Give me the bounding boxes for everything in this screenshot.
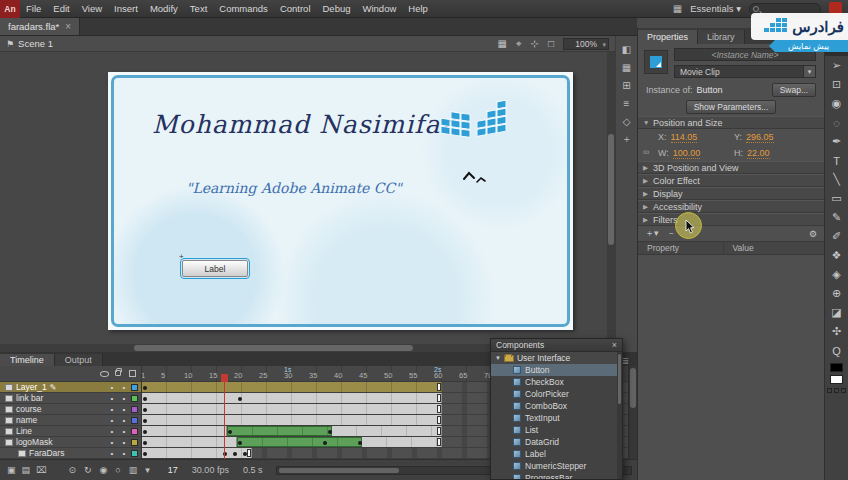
no-color-button[interactable] [834,388,839,393]
filters-options-icon[interactable]: ⚙ [809,229,817,239]
current-frame-value[interactable]: 17 [168,465,178,475]
keyframe-dot[interactable] [328,430,332,434]
tab-timeline[interactable]: Timeline [0,354,55,366]
swatches-panel-icon[interactable]: ▦ [616,58,637,76]
components-title-bar[interactable]: Components × [491,339,622,352]
layer-outline-color-chip[interactable] [131,450,138,457]
swap-button[interactable]: Swap... [772,83,816,97]
tab-properties[interactable]: Properties [638,30,698,44]
hand-tool[interactable]: ✣ [825,322,848,341]
frame-span[interactable] [142,404,442,414]
section-color-effect[interactable]: Color Effect [638,174,824,187]
scrollbar-thumb[interactable] [630,368,636,408]
layer-layer-1[interactable]: Layer_1✎•• [0,382,141,393]
fill-color-well[interactable] [830,375,843,384]
keyframe-dot[interactable] [143,452,147,456]
keyframe-dot[interactable] [143,441,147,445]
layer-visibility-dot[interactable]: • [106,416,118,425]
info-panel-icon[interactable]: ≡ [616,94,637,112]
keyframe-dot[interactable] [233,452,237,456]
menu-text[interactable]: Text [184,0,213,18]
menu-commands[interactable]: Commands [213,0,274,18]
layer-visibility-dot[interactable]: • [106,438,118,447]
center-stage-icon[interactable]: ⌖ [516,38,522,50]
subselection-tool[interactable]: ➢ [825,56,848,75]
layer-outline-color-chip[interactable] [131,384,138,391]
panel-menu-icon[interactable]: ≣ [621,356,637,366]
frame-rate-value[interactable]: 30.00 fps [192,465,229,475]
keyframe-dot[interactable] [323,441,327,445]
3d-rotation-tool[interactable]: ◉ [825,94,848,113]
layer-course[interactable]: course•• [0,404,141,415]
lock-column-icon[interactable] [115,370,121,376]
component-item-numericstepper[interactable]: NumericStepper [491,460,622,472]
pencil-tool[interactable]: ✎ [825,208,848,227]
clip-content-icon[interactable]: ▦ [497,38,506,50]
scrollbar-thumb[interactable] [134,345,413,351]
stage-pasteboard[interactable]: Mohammad Nasimifar "Learning Adobe Anima… [0,52,615,352]
keyframe-dot[interactable] [238,397,242,401]
menu-insert[interactable]: Insert [108,0,144,18]
scrollbar-thumb[interactable] [608,134,614,245]
x-value[interactable]: 114.05 [671,132,698,143]
stage-title-text[interactable]: Mohammad Nasimifar [152,110,453,139]
layer-line[interactable]: Line•• [0,426,141,437]
playhead[interactable] [221,366,228,459]
component-item-checkbox[interactable]: CheckBox [491,376,622,388]
zoom-level-select[interactable]: 100%▾ [563,38,609,50]
close-icon[interactable]: × [612,340,617,350]
menu-view[interactable]: View [76,0,108,18]
rectangle-tool[interactable]: ▭ [825,189,848,208]
layer-visibility-dot[interactable]: • [106,394,118,403]
zoom-fit-icon[interactable]: ⊹ [531,38,539,50]
keyframe-dot[interactable] [358,441,362,445]
frame-span[interactable] [237,437,362,447]
tab-library[interactable]: Library [698,30,745,44]
keyframe-dot[interactable] [143,430,147,434]
layer-outline-color-chip[interactable] [131,428,138,435]
keyframe-dot[interactable] [228,430,232,434]
layer-lock-dot[interactable]: • [118,449,130,458]
pen-tool[interactable]: ✒ [825,132,848,151]
component-item-datagrid[interactable]: DataGrid [491,436,622,448]
frame-span[interactable] [142,393,442,403]
line-tool[interactable]: ╲ [825,170,848,189]
tab-output[interactable]: Output [55,354,103,366]
keyframe-dot[interactable] [143,397,147,401]
workspace-layout-icon[interactable]: ▦ [673,3,682,14]
component-item-label[interactable]: Label [491,448,622,460]
layer-lock-dot[interactable]: • [118,383,130,392]
section-filters[interactable]: Filters [638,213,824,226]
stage-subtitle-text[interactable]: "Learning Adobe Animate CC" [186,180,402,196]
keyframe-dot[interactable] [143,408,147,412]
onion-skin-button[interactable]: ◉ [98,465,110,475]
components-group-user-interface[interactable]: ▼ User Interface [491,352,622,364]
layer-outline-color-chip[interactable] [131,395,138,402]
component-item-textinput[interactable]: TextInput [491,412,622,424]
component-item-button[interactable]: Button [491,364,622,376]
stroke-color-well[interactable] [830,363,843,372]
brush-tool[interactable]: ✐ [825,227,848,246]
loop-button[interactable]: ↻ [82,465,94,475]
history-panel-icon[interactable]: ＋ [616,130,637,148]
default-colors-button[interactable] [827,388,832,393]
frame-span[interactable] [332,426,442,436]
menu-edit[interactable]: Edit [47,0,75,18]
new-layer-button[interactable]: ▣ [5,465,18,475]
label-component-instance[interactable]: Label [182,260,248,277]
bone-tool[interactable]: ❖ [825,246,848,265]
layer-visibility-dot[interactable]: • [106,427,118,436]
color-panel-icon[interactable]: ◧ [616,40,637,58]
frame-span[interactable] [142,426,227,436]
menu-control[interactable]: Control [274,0,317,18]
layer-outline-color-chip[interactable] [131,439,138,446]
visibility-column-icon[interactable] [100,371,109,377]
paint-bucket-tool[interactable]: ◈ [825,265,848,284]
components-scrollbar[interactable] [617,352,622,479]
keyframe-dot[interactable] [143,386,147,390]
menu-debug[interactable]: Debug [317,0,357,18]
frame-span[interactable] [362,437,442,447]
menu-file[interactable]: File [20,0,47,18]
layer-visibility-dot[interactable]: • [106,383,118,392]
new-folder-button[interactable]: ▤ [20,465,33,475]
